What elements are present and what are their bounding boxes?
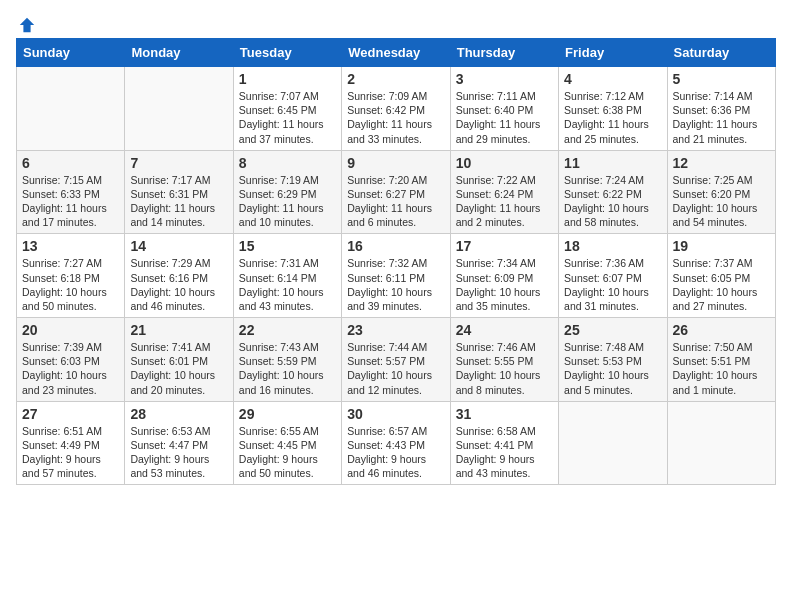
calendar-cell: 11Sunrise: 7:24 AM Sunset: 6:22 PM Dayli… xyxy=(559,150,667,234)
day-number: 13 xyxy=(22,238,119,254)
day-info: Sunrise: 7:11 AM Sunset: 6:40 PM Dayligh… xyxy=(456,89,553,146)
weekday-header-tuesday: Tuesday xyxy=(233,39,341,67)
calendar-cell: 10Sunrise: 7:22 AM Sunset: 6:24 PM Dayli… xyxy=(450,150,558,234)
calendar-cell: 24Sunrise: 7:46 AM Sunset: 5:55 PM Dayli… xyxy=(450,318,558,402)
calendar-cell: 2Sunrise: 7:09 AM Sunset: 6:42 PM Daylig… xyxy=(342,67,450,151)
day-info: Sunrise: 7:43 AM Sunset: 5:59 PM Dayligh… xyxy=(239,340,336,397)
calendar-cell: 22Sunrise: 7:43 AM Sunset: 5:59 PM Dayli… xyxy=(233,318,341,402)
calendar-cell xyxy=(559,401,667,485)
day-info: Sunrise: 7:07 AM Sunset: 6:45 PM Dayligh… xyxy=(239,89,336,146)
weekday-header-wednesday: Wednesday xyxy=(342,39,450,67)
logo xyxy=(16,16,36,30)
day-number: 11 xyxy=(564,155,661,171)
calendar-cell: 26Sunrise: 7:50 AM Sunset: 5:51 PM Dayli… xyxy=(667,318,775,402)
day-number: 12 xyxy=(673,155,770,171)
calendar-cell xyxy=(667,401,775,485)
day-info: Sunrise: 7:34 AM Sunset: 6:09 PM Dayligh… xyxy=(456,256,553,313)
calendar-cell: 20Sunrise: 7:39 AM Sunset: 6:03 PM Dayli… xyxy=(17,318,125,402)
calendar-cell: 29Sunrise: 6:55 AM Sunset: 4:45 PM Dayli… xyxy=(233,401,341,485)
logo-icon xyxy=(18,16,36,34)
day-number: 27 xyxy=(22,406,119,422)
calendar-table: SundayMondayTuesdayWednesdayThursdayFrid… xyxy=(16,38,776,485)
calendar-cell: 28Sunrise: 6:53 AM Sunset: 4:47 PM Dayli… xyxy=(125,401,233,485)
week-row-3: 13Sunrise: 7:27 AM Sunset: 6:18 PM Dayli… xyxy=(17,234,776,318)
day-info: Sunrise: 7:20 AM Sunset: 6:27 PM Dayligh… xyxy=(347,173,444,230)
calendar-cell: 21Sunrise: 7:41 AM Sunset: 6:01 PM Dayli… xyxy=(125,318,233,402)
day-number: 19 xyxy=(673,238,770,254)
day-number: 6 xyxy=(22,155,119,171)
day-number: 26 xyxy=(673,322,770,338)
week-row-5: 27Sunrise: 6:51 AM Sunset: 4:49 PM Dayli… xyxy=(17,401,776,485)
day-info: Sunrise: 6:58 AM Sunset: 4:41 PM Dayligh… xyxy=(456,424,553,481)
weekday-header-friday: Friday xyxy=(559,39,667,67)
calendar-cell: 6Sunrise: 7:15 AM Sunset: 6:33 PM Daylig… xyxy=(17,150,125,234)
calendar-cell: 3Sunrise: 7:11 AM Sunset: 6:40 PM Daylig… xyxy=(450,67,558,151)
day-number: 25 xyxy=(564,322,661,338)
day-info: Sunrise: 7:15 AM Sunset: 6:33 PM Dayligh… xyxy=(22,173,119,230)
day-info: Sunrise: 6:57 AM Sunset: 4:43 PM Dayligh… xyxy=(347,424,444,481)
day-info: Sunrise: 6:53 AM Sunset: 4:47 PM Dayligh… xyxy=(130,424,227,481)
calendar-cell: 23Sunrise: 7:44 AM Sunset: 5:57 PM Dayli… xyxy=(342,318,450,402)
day-number: 17 xyxy=(456,238,553,254)
day-info: Sunrise: 7:32 AM Sunset: 6:11 PM Dayligh… xyxy=(347,256,444,313)
day-info: Sunrise: 6:51 AM Sunset: 4:49 PM Dayligh… xyxy=(22,424,119,481)
calendar-cell: 12Sunrise: 7:25 AM Sunset: 6:20 PM Dayli… xyxy=(667,150,775,234)
calendar-cell: 30Sunrise: 6:57 AM Sunset: 4:43 PM Dayli… xyxy=(342,401,450,485)
day-info: Sunrise: 7:24 AM Sunset: 6:22 PM Dayligh… xyxy=(564,173,661,230)
day-info: Sunrise: 7:46 AM Sunset: 5:55 PM Dayligh… xyxy=(456,340,553,397)
day-number: 1 xyxy=(239,71,336,87)
calendar-cell: 17Sunrise: 7:34 AM Sunset: 6:09 PM Dayli… xyxy=(450,234,558,318)
week-row-4: 20Sunrise: 7:39 AM Sunset: 6:03 PM Dayli… xyxy=(17,318,776,402)
day-number: 9 xyxy=(347,155,444,171)
calendar-cell: 19Sunrise: 7:37 AM Sunset: 6:05 PM Dayli… xyxy=(667,234,775,318)
day-info: Sunrise: 7:39 AM Sunset: 6:03 PM Dayligh… xyxy=(22,340,119,397)
day-info: Sunrise: 7:48 AM Sunset: 5:53 PM Dayligh… xyxy=(564,340,661,397)
day-info: Sunrise: 7:37 AM Sunset: 6:05 PM Dayligh… xyxy=(673,256,770,313)
day-info: Sunrise: 7:17 AM Sunset: 6:31 PM Dayligh… xyxy=(130,173,227,230)
week-row-1: 1Sunrise: 7:07 AM Sunset: 6:45 PM Daylig… xyxy=(17,67,776,151)
weekday-header-monday: Monday xyxy=(125,39,233,67)
week-row-2: 6Sunrise: 7:15 AM Sunset: 6:33 PM Daylig… xyxy=(17,150,776,234)
day-number: 2 xyxy=(347,71,444,87)
day-number: 22 xyxy=(239,322,336,338)
svg-marker-0 xyxy=(20,18,34,32)
day-number: 23 xyxy=(347,322,444,338)
day-info: Sunrise: 7:25 AM Sunset: 6:20 PM Dayligh… xyxy=(673,173,770,230)
day-info: Sunrise: 7:41 AM Sunset: 6:01 PM Dayligh… xyxy=(130,340,227,397)
weekday-header-sunday: Sunday xyxy=(17,39,125,67)
day-info: Sunrise: 7:14 AM Sunset: 6:36 PM Dayligh… xyxy=(673,89,770,146)
calendar-cell: 18Sunrise: 7:36 AM Sunset: 6:07 PM Dayli… xyxy=(559,234,667,318)
day-number: 4 xyxy=(564,71,661,87)
calendar-cell: 5Sunrise: 7:14 AM Sunset: 6:36 PM Daylig… xyxy=(667,67,775,151)
day-number: 15 xyxy=(239,238,336,254)
calendar-cell: 9Sunrise: 7:20 AM Sunset: 6:27 PM Daylig… xyxy=(342,150,450,234)
day-number: 24 xyxy=(456,322,553,338)
calendar-cell: 16Sunrise: 7:32 AM Sunset: 6:11 PM Dayli… xyxy=(342,234,450,318)
day-info: Sunrise: 7:50 AM Sunset: 5:51 PM Dayligh… xyxy=(673,340,770,397)
calendar-cell: 25Sunrise: 7:48 AM Sunset: 5:53 PM Dayli… xyxy=(559,318,667,402)
calendar-cell: 13Sunrise: 7:27 AM Sunset: 6:18 PM Dayli… xyxy=(17,234,125,318)
day-info: Sunrise: 7:29 AM Sunset: 6:16 PM Dayligh… xyxy=(130,256,227,313)
day-info: Sunrise: 7:22 AM Sunset: 6:24 PM Dayligh… xyxy=(456,173,553,230)
calendar-cell: 15Sunrise: 7:31 AM Sunset: 6:14 PM Dayli… xyxy=(233,234,341,318)
day-number: 28 xyxy=(130,406,227,422)
calendar-cell xyxy=(125,67,233,151)
calendar-cell xyxy=(17,67,125,151)
day-number: 21 xyxy=(130,322,227,338)
page-header xyxy=(16,16,776,30)
day-number: 29 xyxy=(239,406,336,422)
day-info: Sunrise: 7:44 AM Sunset: 5:57 PM Dayligh… xyxy=(347,340,444,397)
day-number: 8 xyxy=(239,155,336,171)
day-number: 3 xyxy=(456,71,553,87)
day-info: Sunrise: 7:27 AM Sunset: 6:18 PM Dayligh… xyxy=(22,256,119,313)
weekday-header-thursday: Thursday xyxy=(450,39,558,67)
weekday-header-row: SundayMondayTuesdayWednesdayThursdayFrid… xyxy=(17,39,776,67)
day-info: Sunrise: 7:19 AM Sunset: 6:29 PM Dayligh… xyxy=(239,173,336,230)
calendar-cell: 7Sunrise: 7:17 AM Sunset: 6:31 PM Daylig… xyxy=(125,150,233,234)
day-number: 30 xyxy=(347,406,444,422)
calendar-cell: 1Sunrise: 7:07 AM Sunset: 6:45 PM Daylig… xyxy=(233,67,341,151)
day-info: Sunrise: 6:55 AM Sunset: 4:45 PM Dayligh… xyxy=(239,424,336,481)
day-info: Sunrise: 7:12 AM Sunset: 6:38 PM Dayligh… xyxy=(564,89,661,146)
calendar-cell: 4Sunrise: 7:12 AM Sunset: 6:38 PM Daylig… xyxy=(559,67,667,151)
calendar-cell: 14Sunrise: 7:29 AM Sunset: 6:16 PM Dayli… xyxy=(125,234,233,318)
